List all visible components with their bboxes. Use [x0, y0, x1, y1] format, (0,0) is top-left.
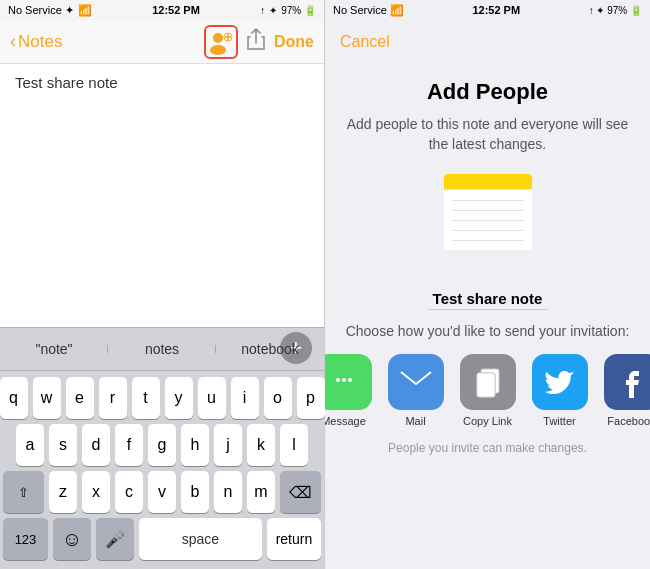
share-app-mail[interactable]: Mail — [388, 354, 444, 427]
battery-icon: 97% 🔋 — [281, 5, 316, 16]
autocomplete-item-0[interactable]: "note" — [0, 341, 108, 357]
autocomplete-text-1: notes — [145, 341, 179, 357]
cancel-button[interactable]: Cancel — [340, 33, 390, 51]
add-people-description: Add people to this note and everyone wil… — [345, 115, 630, 154]
left-time: 12:52 PM — [152, 4, 200, 16]
autocomplete-text-2: notebook — [241, 341, 299, 357]
key-z[interactable]: z — [49, 471, 77, 513]
back-arrow-icon: ‹ — [10, 31, 16, 52]
share-app-facebook[interactable]: Facebook — [604, 354, 651, 427]
kb-row-2: a s d f g h j k l — [3, 424, 321, 466]
key-space[interactable]: space — [139, 518, 262, 560]
message-label: Message — [321, 415, 366, 427]
right-content: Add People Add people to this note and e… — [325, 64, 650, 569]
note-content-area[interactable]: Test share note — [0, 64, 324, 327]
svg-rect-13 — [477, 373, 495, 397]
key-f[interactable]: f — [115, 424, 143, 466]
key-h[interactable]: h — [181, 424, 209, 466]
key-x[interactable]: x — [82, 471, 110, 513]
twitter-app-icon — [532, 354, 588, 410]
share-apps-row: Message Mail — [316, 354, 651, 427]
twitter-label: Twitter — [543, 415, 575, 427]
key-n[interactable]: n — [214, 471, 242, 513]
copy-label: Copy Link — [463, 415, 512, 427]
svg-point-9 — [348, 378, 352, 382]
key-shift[interactable]: ⇧ — [3, 471, 44, 513]
key-return[interactable]: return — [267, 518, 321, 560]
svg-point-8 — [342, 378, 346, 382]
note-line-1 — [452, 200, 524, 201]
wifi-icon: 📶 — [78, 4, 92, 17]
key-g[interactable]: g — [148, 424, 176, 466]
key-delete[interactable]: ⌫ — [280, 471, 321, 513]
key-c[interactable]: c — [115, 471, 143, 513]
right-status-left: No Service 📶 — [333, 4, 404, 17]
left-panel: No Service ✦ 📶 12:52 PM ↑ ✦ 97% 🔋 ‹ Note… — [0, 0, 325, 569]
kb-row-4: 123 ☺ 🎤 space return — [3, 518, 321, 560]
key-u[interactable]: u — [198, 377, 226, 419]
key-t[interactable]: t — [132, 377, 160, 419]
note-text: Test share note — [15, 74, 118, 91]
note-cover-yellow — [444, 174, 532, 250]
arrow-up-icon: ↑ — [260, 5, 265, 16]
key-e[interactable]: e — [66, 377, 94, 419]
key-y[interactable]: y — [165, 377, 193, 419]
mail-app-icon — [388, 354, 444, 410]
key-q[interactable]: q — [0, 377, 28, 419]
key-p[interactable]: p — [297, 377, 325, 419]
key-l[interactable]: l — [280, 424, 308, 466]
done-button[interactable]: Done — [274, 33, 314, 51]
key-i[interactable]: i — [231, 377, 259, 419]
kb-row-1: q w e r t y u i o p — [3, 377, 321, 419]
key-mic[interactable]: 🎤 — [96, 518, 134, 560]
nav-actions: Done — [204, 25, 314, 59]
svg-point-0 — [213, 33, 223, 43]
key-j[interactable]: j — [214, 424, 242, 466]
note-name-underline — [428, 309, 548, 310]
share-app-copy[interactable]: Copy Link — [460, 354, 516, 427]
key-r[interactable]: r — [99, 377, 127, 419]
share-button[interactable] — [246, 28, 266, 55]
key-w[interactable]: w — [33, 377, 61, 419]
svg-point-1 — [210, 45, 226, 55]
key-v[interactable]: v — [148, 471, 176, 513]
add-people-title: Add People — [427, 79, 548, 105]
svg-point-7 — [336, 378, 340, 382]
facebook-app-icon — [604, 354, 651, 410]
key-a[interactable]: a — [16, 424, 44, 466]
autocomplete-bar: "note" notes notebook — [0, 327, 324, 371]
key-emoji[interactable]: ☺ — [53, 518, 91, 560]
add-person-button[interactable] — [204, 25, 238, 59]
key-o[interactable]: o — [264, 377, 292, 419]
mail-label: Mail — [405, 415, 425, 427]
share-app-twitter[interactable]: Twitter — [532, 354, 588, 427]
note-thumbnail — [443, 174, 533, 274]
right-time: 12:52 PM — [472, 4, 520, 16]
key-d[interactable]: d — [82, 424, 110, 466]
key-b[interactable]: b — [181, 471, 209, 513]
key-k[interactable]: k — [247, 424, 275, 466]
note-line-3 — [452, 220, 524, 221]
facebook-label: Facebook — [607, 415, 650, 427]
key-s[interactable]: s — [49, 424, 77, 466]
left-status-right: ↑ ✦ 97% 🔋 — [260, 5, 316, 16]
note-line-2 — [452, 210, 524, 211]
right-status-right: ↑ ✦ 97% 🔋 — [589, 5, 642, 16]
svg-rect-10 — [401, 370, 431, 394]
key-numbers[interactable]: 123 — [3, 518, 48, 560]
choose-invite-text: Choose how you'd like to send your invit… — [346, 322, 630, 342]
right-panel: No Service 📶 12:52 PM ↑ ✦ 97% 🔋 Cancel A… — [325, 0, 650, 569]
autocomplete-item-1[interactable]: notes — [108, 341, 216, 357]
right-nav-bar: Cancel — [325, 20, 650, 64]
autocomplete-item-2[interactable]: notebook — [216, 341, 324, 357]
back-label: Notes — [18, 32, 62, 52]
right-status-bar: No Service 📶 12:52 PM ↑ ✦ 97% 🔋 — [325, 0, 650, 20]
note-title-display: Test share note — [433, 290, 543, 307]
left-nav-bar: ‹ Notes Done — [0, 20, 324, 64]
key-m[interactable]: m — [247, 471, 275, 513]
left-status-left: No Service ✦ 📶 — [8, 4, 92, 17]
copy-app-icon — [460, 354, 516, 410]
note-line-5 — [452, 240, 524, 241]
back-button[interactable]: ‹ Notes — [10, 31, 62, 52]
keyboard: q w e r t y u i o p a s d f g h j k l ⇧ … — [0, 371, 324, 569]
